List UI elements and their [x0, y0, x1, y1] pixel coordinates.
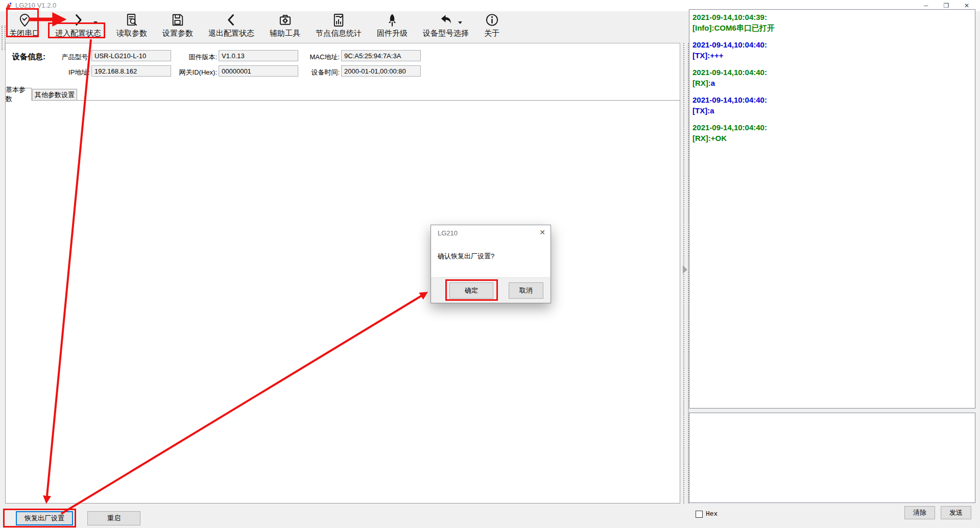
tab-other-params[interactable]: 其他参数设置 [32, 89, 77, 101]
document-search-icon [125, 12, 139, 28]
toolbar-button-read-params[interactable]: 读取参数 [114, 11, 149, 39]
info-icon [485, 12, 499, 28]
window-title: LG210 V1.2.0 [15, 2, 56, 9]
log-entry: 2021-09-14,10:04:39:[Info]:COM6串口已打开 [692, 12, 972, 33]
checkbox-hex-label: Hex [706, 510, 718, 518]
document-stats-icon [332, 12, 346, 28]
toolbar-button-label: 节点信息统计 [316, 29, 362, 38]
gateway-id-hex-field: 00000001 [219, 65, 298, 77]
serial-log-area[interactable]: 2021-09-14,10:04:39:[Info]:COM6串口已打开2021… [689, 9, 975, 409]
toolbar-button-label: 进入配置状态 [55, 29, 101, 38]
log-entry: 2021-09-14,10:04:40:[TX]:+++ [692, 39, 972, 61]
send-button[interactable]: 发送 [941, 506, 971, 519]
field-label-device-time: 设备时间: [299, 68, 340, 77]
field-label-gateway-id-hex: 网关ID(Hex): [166, 68, 217, 77]
toolbar-button-device-model-select[interactable]: 设备型号选择 [421, 11, 471, 39]
field-label-ip-address: IP地址: [49, 68, 90, 77]
rocket-icon [386, 12, 399, 28]
log-entry: 2021-09-14,10:04:40:[TX]:a [692, 94, 972, 116]
dialog-cancel-button[interactable]: 取消 [509, 282, 543, 299]
field-label-firmware-version: 固件版本: [176, 53, 217, 62]
log-entry: 2021-09-14,10:04:40:[RX]:a [692, 67, 972, 88]
toolbar-button-label: 固件升级 [377, 29, 408, 38]
factory-reset-button[interactable]: 恢复出厂设置 [16, 511, 73, 525]
port-dropdown-caret-icon[interactable] [93, 21, 98, 24]
toolbar-button-label: 设置参数 [162, 29, 193, 38]
product-model-field: USR-LG210-L-10 [91, 50, 171, 61]
toolbox-icon [278, 12, 292, 28]
floppy-save-icon [171, 12, 184, 28]
send-input-area[interactable] [689, 413, 975, 503]
device-info-section-label: 设备信息: [12, 52, 45, 62]
app-logo-icon [5, 2, 12, 12]
chevron-left-icon [225, 12, 237, 28]
firmware-version-field: V1.0.13 [219, 50, 298, 61]
about-dropdown-caret-icon[interactable] [458, 21, 462, 24]
field-label-product-model: 产品型号: [49, 53, 90, 62]
toolbar-button-label: 读取参数 [116, 29, 147, 38]
undo-arrow-icon [439, 12, 453, 28]
splitter-collapse-arrow-icon[interactable] [683, 266, 687, 274]
toolbar-button-label: 关闭串口 [9, 29, 40, 38]
tab-content-panel [5, 100, 680, 503]
toolbar-button-node-stats[interactable]: 节点信息统计 [314, 11, 364, 39]
dialog-message: 确认恢复出厂设置? [438, 252, 494, 261]
mac-address-field: 9C:A5:25:94:7A:3A [341, 50, 421, 61]
confirm-dialog: LG210 ✕ 确认恢复出厂设置? 确定 取消 [431, 225, 551, 303]
toolbar-button-label: 辅助工具 [270, 29, 300, 38]
toolbar-button-firmware-upgrade[interactable]: 固件升级 [375, 11, 410, 39]
toolbar-button-aux-tools[interactable]: 辅助工具 [268, 11, 302, 39]
dialog-title: LG210 [438, 229, 458, 237]
device-time-field: 2000-01-01,00:00:80 [341, 65, 421, 77]
dialog-close-icon[interactable]: ✕ [539, 228, 545, 236]
chevron-right-icon [72, 12, 84, 28]
clear-button[interactable]: 清除 [904, 506, 935, 519]
toolbar-button-enter-config[interactable]: 进入配置状态 [53, 11, 103, 39]
toolbar-button-label: 退出配置状态 [208, 29, 254, 38]
dialog-ok-button[interactable]: 确定 [449, 282, 493, 299]
toolbar-button-exit-config[interactable]: 退出配置状态 [206, 11, 256, 39]
field-label-mac-address: MAC地址: [299, 53, 340, 62]
checkbox-hex[interactable] [696, 511, 703, 518]
toolbar-button-set-params[interactable]: 设置参数 [160, 11, 195, 39]
toolbar-button-about[interactable]: 关于 [482, 11, 501, 39]
toolbar-button-label: 关于 [484, 29, 499, 38]
toolbar-button-close-serial[interactable]: 关闭串口 [7, 11, 42, 39]
pin-check-icon [18, 12, 32, 28]
ip-address-field: 192.168.8.162 [91, 65, 171, 77]
log-entry: 2021-09-14,10:04:40:[RX]:+OK [692, 122, 972, 143]
toolbar-button-label: 设备型号选择 [423, 29, 469, 38]
restart-button[interactable]: 重启 [87, 511, 140, 525]
tab-basic-params[interactable]: 基本参数 [5, 88, 32, 101]
